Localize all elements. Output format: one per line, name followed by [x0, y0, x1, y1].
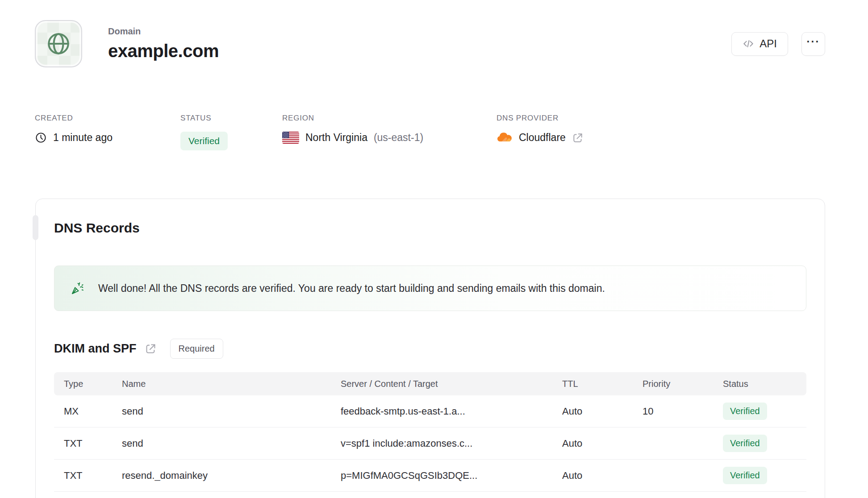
record-priority: 10 [643, 406, 723, 417]
record-status-badge: Verified [723, 435, 767, 452]
col-type: Type [64, 379, 122, 389]
api-button-label: API [760, 37, 777, 50]
record-type: TXT [64, 470, 122, 481]
col-name: Name [122, 379, 341, 389]
dns-records-title: DNS Records [54, 220, 806, 236]
dns-provider-label: DNS PROVIDER [497, 114, 584, 123]
table-row[interactable]: MX send feedback-smtp.us-east-1.a... Aut… [54, 395, 806, 427]
dns-records-card: DNS Records Well done! All the DNS recor… [35, 199, 825, 498]
record-content: feedback-smtp.us-east-1.a... [341, 406, 562, 417]
dkim-spf-title: DKIM and SPF [54, 342, 137, 356]
col-ttl: TTL [562, 379, 643, 389]
col-content: Server / Content / Target [341, 379, 562, 389]
globe-icon [46, 31, 71, 57]
record-status-badge: Verified [723, 403, 767, 420]
required-badge: Required [170, 339, 223, 359]
domain-avatar [35, 20, 82, 67]
page-label: Domain [108, 26, 219, 37]
party-popper-icon [71, 281, 85, 295]
more-button-label: ··· [807, 35, 820, 48]
section-indicator [33, 215, 38, 240]
code-icon [743, 38, 754, 50]
record-content: v=spf1 include:amazonses.c... [341, 438, 562, 449]
col-status: Status [723, 379, 806, 389]
record-ttl: Auto [562, 438, 643, 449]
cloudflare-icon [497, 132, 513, 144]
success-banner-text: Well done! All the DNS records are verif… [98, 282, 605, 295]
domain-detail-page: Domain example.com API ··· CREATED [0, 0, 868, 498]
record-name: send [122, 438, 341, 449]
dns-table: Type Name Server / Content / Target TTL … [54, 372, 806, 492]
dkim-spf-section-head: DKIM and SPF Required [54, 339, 806, 359]
record-type: MX [64, 406, 122, 417]
record-name: send [122, 406, 341, 417]
page-title: example.com [108, 41, 219, 61]
header-actions: API ··· [731, 32, 825, 56]
title-block: Domain example.com [108, 26, 219, 61]
region-code: (us-east-1) [374, 132, 423, 144]
meta-row: CREATED 1 minute ago STATUS Verified REG… [35, 114, 825, 154]
record-ttl: Auto [562, 406, 643, 417]
dns-provider-value: Cloudflare [519, 132, 566, 144]
status-label: STATUS [180, 114, 228, 123]
meta-region: REGION [282, 114, 423, 144]
created-value: 1 minute ago [53, 132, 113, 144]
table-row[interactable]: TXT send v=spf1 include:amazonses.c... A… [54, 427, 806, 460]
page-header: Domain example.com API ··· [0, 0, 868, 67]
record-content: p=MIGfMA0GCSqGSIb3DQE... [341, 470, 562, 481]
external-link-icon[interactable] [572, 132, 584, 144]
meta-status: STATUS Verified [180, 114, 228, 150]
external-link-icon[interactable] [145, 343, 157, 355]
api-button[interactable]: API [731, 32, 788, 56]
meta-created: CREATED 1 minute ago [35, 114, 113, 144]
record-type: TXT [64, 438, 122, 449]
meta-dns-provider: DNS PROVIDER Cloudflare [497, 114, 584, 144]
region-label: REGION [282, 114, 423, 123]
table-row[interactable]: TXT resend._domainkey p=MIGfMA0GCSqGSIb3… [54, 460, 806, 492]
col-priority: Priority [643, 379, 723, 389]
us-flag-icon [282, 132, 299, 144]
record-ttl: Auto [562, 470, 643, 481]
success-banner: Well done! All the DNS records are verif… [54, 266, 806, 311]
clock-icon [35, 132, 47, 144]
record-name: resend._domainkey [122, 470, 341, 481]
more-button[interactable]: ··· [801, 32, 825, 56]
region-value: North Virginia [305, 132, 367, 144]
status-badge: Verified [180, 132, 228, 150]
created-label: CREATED [35, 114, 113, 123]
table-header-row: Type Name Server / Content / Target TTL … [54, 372, 806, 395]
record-status-badge: Verified [723, 467, 767, 484]
